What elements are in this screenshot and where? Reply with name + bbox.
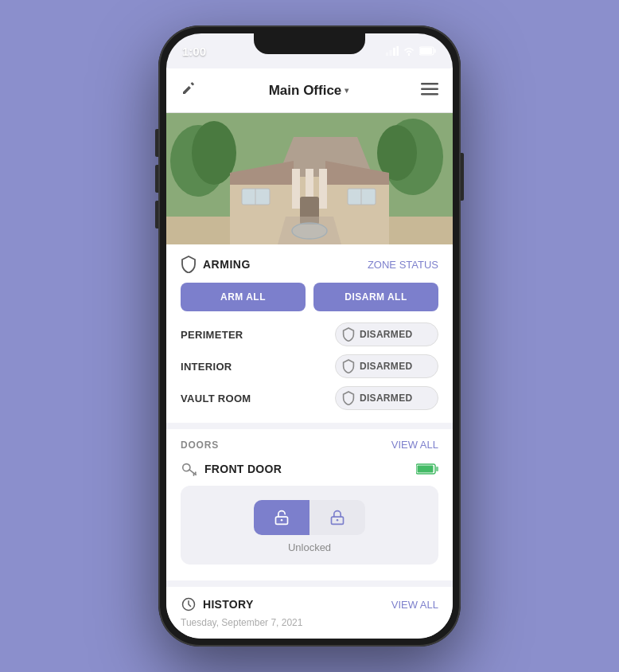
arming-header: ARMING ZONE STATUS [181, 256, 438, 273]
signal-icon [386, 46, 399, 56]
lock-button[interactable] [310, 500, 365, 535]
history-section: HISTORY VIEW ALL Tuesday, September 7, 2… [166, 587, 453, 639]
status-time: 1:00 [182, 45, 206, 58]
nav-title[interactable]: Main Office ▾ [269, 83, 349, 99]
door-status-text: Unlocked [193, 541, 426, 553]
arm-buttons: ARM ALL DISARM ALL [181, 283, 438, 311]
zone-status-perimeter: DISARMED [360, 329, 412, 340]
arm-all-button[interactable]: ARM ALL [181, 283, 306, 311]
svg-rect-5 [420, 48, 432, 54]
doors-view-all-link[interactable]: VIEW ALL [391, 439, 438, 451]
disarm-all-button[interactable]: DISARM ALL [313, 283, 438, 311]
battery-status-icon [416, 463, 438, 475]
svg-rect-38 [418, 466, 434, 473]
svg-rect-22 [319, 169, 327, 209]
zone-name-interior: INTERIOR [181, 361, 232, 373]
phone-notch [254, 33, 365, 54]
nav-chevron: ▾ [345, 86, 348, 95]
svg-point-43 [337, 519, 339, 522]
svg-point-41 [281, 519, 283, 522]
zone-status-link[interactable]: ZONE STATUS [368, 259, 438, 271]
svg-rect-8 [421, 88, 438, 91]
menu-icon[interactable] [421, 81, 438, 100]
svg-point-12 [192, 121, 236, 185]
battery-icon [419, 46, 437, 56]
wifi-icon [403, 46, 415, 56]
front-door-item: FRONT DOOR [181, 460, 438, 478]
phone-screen: Main Office ▾ [166, 33, 453, 639]
zone-name-vault: VAULT ROOM [181, 393, 251, 404]
history-title: HISTORY [203, 598, 254, 611]
doors-header: DOORS VIEW ALL [181, 439, 438, 451]
svg-rect-20 [292, 169, 300, 209]
doors-title: DOORS [181, 440, 219, 451]
key-icon [181, 460, 198, 478]
arming-section: ARMING ZONE STATUS ARM ALL DISARM ALL PE… [166, 244, 453, 429]
nav-title-text: Main Office [269, 83, 342, 99]
front-door-name: FRONT DOOR [204, 463, 282, 475]
svg-marker-32 [278, 217, 341, 244]
history-header: HISTORY VIEW ALL [181, 596, 438, 612]
doors-section: DOORS VIEW ALL FRONT DOOR [166, 429, 453, 587]
zone-status-interior: DISARMED [360, 361, 412, 372]
zone-badge-interior[interactable]: DISARMED [335, 354, 438, 378]
svg-rect-39 [436, 467, 438, 471]
zone-shield-icon-vault [342, 391, 355, 405]
svg-rect-6 [434, 49, 437, 53]
zone-badge-perimeter[interactable]: DISARMED [335, 322, 438, 346]
status-icons [386, 46, 437, 56]
arming-title-left: ARMING [181, 256, 251, 273]
zone-name-perimeter: PERIMETER [181, 329, 243, 341]
history-title-left: HISTORY [181, 596, 254, 612]
history-clock-icon [181, 596, 197, 612]
history-view-all-link[interactable]: VIEW ALL [391, 599, 438, 611]
unlock-button[interactable] [254, 500, 310, 535]
zone-badge-vault[interactable]: DISARMED [335, 386, 438, 410]
svg-rect-7 [421, 83, 438, 85]
main-content: ARMING ZONE STATUS ARM ALL DISARM ALL PE… [166, 244, 453, 639]
zone-row-perimeter: PERIMETER DISARMED [181, 322, 438, 346]
zone-row-vault: VAULT ROOM DISARMED [181, 386, 438, 410]
zone-shield-icon-perimeter [342, 327, 355, 342]
shield-icon [181, 256, 197, 273]
nav-bar: Main Office ▾ [166, 68, 453, 113]
zone-status-vault: DISARMED [360, 393, 412, 404]
edit-icon[interactable] [181, 80, 197, 100]
svg-rect-9 [421, 93, 438, 96]
svg-rect-1 [390, 50, 392, 56]
zone-row-interior: INTERIOR DISARMED [181, 354, 438, 378]
svg-rect-3 [397, 46, 399, 56]
lock-controls [193, 500, 426, 535]
svg-rect-2 [393, 48, 395, 56]
door-left: FRONT DOOR [181, 460, 282, 478]
arming-title: ARMING [203, 258, 251, 271]
zone-shield-icon-interior [342, 359, 355, 373]
history-date: Tuesday, September 7, 2021 [181, 617, 438, 628]
svg-rect-0 [386, 53, 388, 56]
phone-frame: 1:00 [158, 25, 461, 647]
building-image [166, 113, 453, 244]
